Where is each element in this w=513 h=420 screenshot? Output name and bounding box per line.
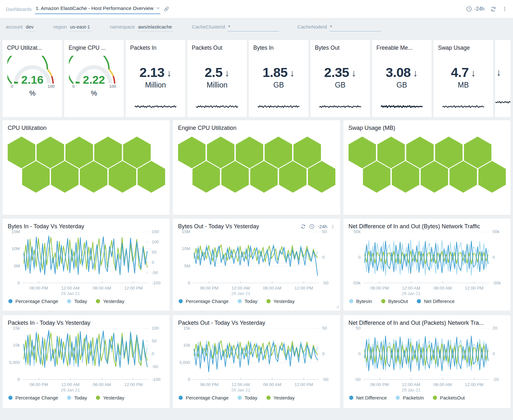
filter-region[interactable]: region us-east-1 <box>54 24 91 31</box>
hexagon[interactable] <box>363 161 391 193</box>
hexagon[interactable] <box>308 161 335 193</box>
chart-title: Bytes In - Today Vs Yesterday <box>8 223 84 230</box>
hexagon[interactable] <box>279 161 307 193</box>
panel-packets-out-chart: Packets Out - Today Vs Yesterday 15k10k5… <box>173 315 340 408</box>
legend-dot-icon <box>349 396 353 400</box>
hexagon[interactable] <box>236 137 263 168</box>
clock-icon <box>466 6 472 12</box>
hexagon[interactable] <box>22 161 50 193</box>
legend-item[interactable]: Yesterday <box>96 395 124 400</box>
time-range-label: -24h <box>474 6 484 12</box>
y-axis-tick: 50k <box>354 229 361 234</box>
chart-plot[interactable] <box>363 328 489 380</box>
chart-time-range[interactable]: -24h <box>318 224 327 229</box>
kpi-value: 2.35 <box>324 65 349 80</box>
hexagon[interactable] <box>178 137 206 168</box>
legend-item[interactable]: Percentage Change <box>179 298 228 304</box>
legend-item[interactable]: BytesIn <box>349 298 372 304</box>
kebab-menu-icon[interactable] <box>502 6 507 12</box>
hexagon[interactable] <box>138 161 165 193</box>
hexagon[interactable] <box>435 137 463 168</box>
legend-label: Net Difference <box>424 298 455 304</box>
legend-item[interactable]: Today <box>67 298 87 304</box>
y2-axis-tick: -20 <box>492 377 499 382</box>
hexagon[interactable] <box>293 137 321 168</box>
hexagon[interactable] <box>80 161 107 193</box>
hexagon[interactable] <box>478 161 506 193</box>
legend-dot-icon <box>238 396 242 400</box>
legend-item[interactable]: Net Difference <box>349 395 387 400</box>
chart-plot[interactable] <box>193 328 319 380</box>
legend-item[interactable]: Today <box>238 298 257 304</box>
chart-plot[interactable] <box>193 232 319 283</box>
hexagon[interactable] <box>123 137 151 168</box>
hexagon[interactable] <box>250 161 278 193</box>
x-axis-date: 29 Jan 21 <box>231 291 250 296</box>
dashboard-title-dropdown[interactable]: 1. Amazon ElastiCache - Host Performance… <box>35 4 160 14</box>
filter-namespace-value[interactable]: aws/elasticache <box>138 24 173 31</box>
legend-item[interactable]: Today <box>67 395 87 400</box>
hexagon[interactable] <box>450 161 477 193</box>
honeycomb-grid <box>8 137 164 194</box>
hexagon[interactable] <box>221 161 249 193</box>
hexagon[interactable] <box>8 137 35 168</box>
hexagon[interactable] <box>51 161 79 193</box>
hexagon[interactable] <box>421 161 448 193</box>
sparkline <box>376 105 427 109</box>
hexagon[interactable] <box>349 137 376 168</box>
legend-item[interactable]: Yesterday <box>266 298 295 304</box>
legend-label: PacketsOut <box>440 395 465 400</box>
hexagon[interactable] <box>207 137 234 168</box>
legend-item[interactable]: Yesterday <box>96 298 124 304</box>
hexagon[interactable] <box>464 137 492 168</box>
chart-plot[interactable] <box>22 328 148 380</box>
hexagon[interactable] <box>37 137 64 168</box>
panel-bytes-in-chart: Bytes In - Today Vs Yesterday 15M10M5M01… <box>3 219 170 311</box>
chart-title: Packets In - Today Vs Yesterday <box>8 320 90 326</box>
x-axis-tick: 12:00 PM <box>465 382 484 387</box>
legend-item[interactable]: Percentage Change <box>179 395 228 400</box>
legend-item[interactable]: Percentage Change <box>8 395 58 400</box>
link-icon[interactable] <box>164 6 169 12</box>
hexagon[interactable] <box>377 137 405 168</box>
legend-item[interactable]: PacketsIn <box>396 395 424 400</box>
chart-plot[interactable] <box>363 232 489 283</box>
filter-cachenodeid-value[interactable]: * <box>330 24 381 31</box>
x-axis-tick: 12:00 PM <box>124 286 143 290</box>
legend-label: BytesOut <box>388 298 408 304</box>
refresh-icon[interactable] <box>300 224 306 229</box>
chart-packets-in: 15k10k5,0000100500-50-10006:00 PM12:00 A… <box>8 328 164 400</box>
filter-account[interactable]: account dev <box>6 24 35 31</box>
filter-cachenodeid[interactable]: CacheNodeId * <box>298 24 381 31</box>
legend-item[interactable]: Yesterday <box>266 395 295 400</box>
filter-region-value[interactable]: us-east-1 <box>69 24 91 31</box>
kebab-menu-icon[interactable] <box>331 224 335 229</box>
panel-swap-usage-mb: Swap Usage (MB) <box>343 120 510 215</box>
legend-dot-icon <box>96 396 100 400</box>
hexagon[interactable] <box>392 161 419 193</box>
hexagon[interactable] <box>109 161 136 193</box>
resize-handle[interactable] <box>336 304 339 310</box>
hexagon[interactable] <box>94 137 122 168</box>
filter-cacheclusterid-value[interactable]: * <box>228 24 279 31</box>
legend-item[interactable]: Percentage Change <box>8 298 58 304</box>
chart-title: Bytes Out - Today Vs Yesterday <box>178 223 259 230</box>
chart-plot[interactable] <box>22 232 148 283</box>
kpi-unit: % <box>69 89 119 97</box>
legend-item[interactable]: BytesOut <box>381 298 408 304</box>
hexagon[interactable] <box>265 137 292 168</box>
refresh-icon[interactable] <box>490 6 496 12</box>
time-range-control[interactable]: -24h <box>466 6 484 12</box>
hexagon[interactable] <box>192 161 220 193</box>
legend-item[interactable]: Today <box>238 395 257 400</box>
legend-item[interactable]: PacketsOut <box>433 395 465 400</box>
legend-item[interactable]: Net Difference <box>417 298 455 304</box>
hexagon[interactable] <box>65 137 93 168</box>
hexagon[interactable] <box>406 137 434 168</box>
chart-legend: Percentage ChangeTodayYesterday <box>8 298 164 304</box>
filter-namespace[interactable]: namespace aws/elasticache <box>110 24 173 31</box>
filter-cacheclusterid[interactable]: CacheClusterId * <box>192 24 279 31</box>
filter-account-value[interactable]: dev <box>25 24 35 31</box>
clock-icon[interactable] <box>309 224 315 229</box>
breadcrumb[interactable]: Dashboards <box>6 6 32 12</box>
